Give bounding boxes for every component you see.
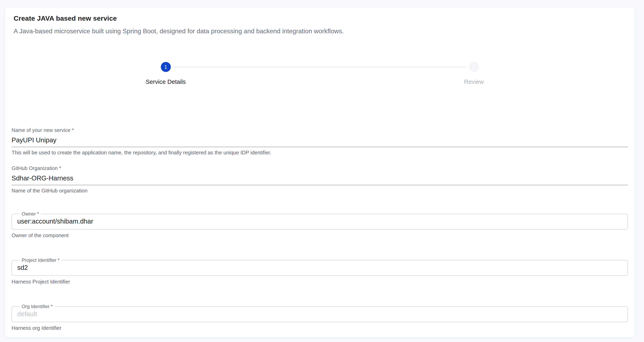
step-1-label: Service Details (146, 78, 186, 85)
org-identifier-helper: Harness org Identifier (12, 325, 628, 331)
owner-input-box: Owner * (12, 212, 628, 230)
github-organization-helper: Name of the GitHub organization (12, 188, 628, 194)
project-identifier-input-box: Project Identifier * (12, 258, 628, 276)
github-organization-input[interactable] (12, 173, 628, 185)
service-details-form: Name of your new service * This will be … (12, 127, 628, 331)
project-identifier-label: Project Identifier * (20, 258, 62, 263)
project-identifier-input[interactable] (17, 263, 622, 275)
project-identifier-helper: Harness Project Identifier (12, 279, 628, 285)
service-name-label: Name of your new service * (12, 127, 628, 133)
step-service-details: 1 Service Details (12, 62, 320, 85)
stepper: 1 Service Details 2 Review (12, 62, 628, 85)
github-organization-label: GitHub Organization * (12, 165, 628, 171)
field-org-identifier: Org Identifier * Harness org Identifier (12, 304, 628, 331)
org-identifier-label: Org Identifier * (20, 304, 55, 309)
create-service-card: Create JAVA based new service A Java-bas… (5, 8, 634, 337)
org-identifier-input[interactable] (17, 309, 622, 322)
page-title: Create JAVA based new service (14, 15, 628, 22)
service-name-helper: This will be used to create the applicat… (12, 149, 628, 156)
page-description: A Java-based microservice built using Sp… (14, 28, 628, 35)
owner-label: Owner * (20, 212, 41, 216)
service-name-input[interactable] (12, 134, 628, 147)
owner-input[interactable] (17, 216, 622, 229)
field-service-name: Name of your new service * This will be … (12, 127, 628, 156)
step-2-label: Review (464, 78, 484, 85)
step-1-circle: 1 (161, 62, 171, 72)
stepper-connector-line (174, 67, 466, 67)
field-owner: Owner * Owner of the component (12, 212, 628, 239)
owner-helper: Owner of the component (12, 232, 628, 239)
org-identifier-input-box: Org Identifier * (12, 304, 628, 322)
field-github-organization: GitHub Organization * Name of the GitHub… (12, 165, 628, 194)
step-2-circle: 2 (469, 62, 479, 72)
step-review: 2 Review (320, 62, 628, 85)
field-project-identifier: Project Identifier * Harness Project Ide… (12, 258, 628, 285)
